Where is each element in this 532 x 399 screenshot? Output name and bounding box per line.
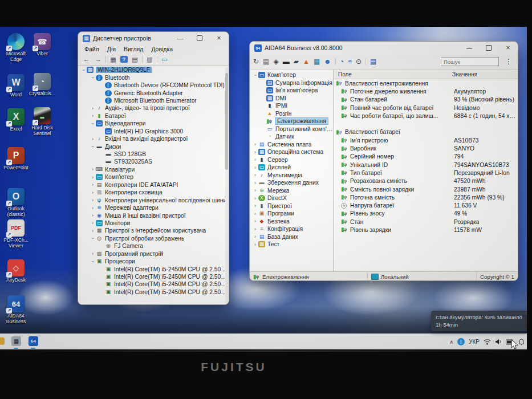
chevron-collapsed-icon[interactable]: › (252, 180, 258, 186)
tree-item[interactable]: ›XDirectX (250, 194, 333, 202)
chevron-collapsed-icon[interactable]: › (252, 211, 258, 217)
tree-item[interactable]: ›ᛒBluetooth (78, 74, 229, 81)
chevron-collapsed-icon[interactable]: › (90, 251, 96, 256)
desktop-icon-outlook[interactable]: O↗Outlook (classic) (0, 188, 32, 217)
desktop-icon-crystaldisk[interactable]: ◔↗CrystalDis... (26, 73, 58, 97)
chevron-collapsed-icon[interactable]: › (252, 149, 258, 155)
field-row[interactable]: Серійний номер794 (334, 153, 518, 161)
kebab-menu-icon[interactable]: ⋮ (503, 58, 514, 66)
chevron-collapsed-icon[interactable]: › (252, 234, 258, 239)
help-icon[interactable]: ? (120, 56, 128, 63)
field-row[interactable]: Стан батарей93 % (Високий рівень) (334, 96, 518, 104)
tree-item[interactable]: ▬SSD 128GB (78, 150, 229, 158)
field-row[interactable]: Ім'я пристроюAS10B73 (334, 136, 518, 144)
chevron-collapsed-icon[interactable]: › (252, 196, 258, 201)
tree-item[interactable]: ›▦WIN-2H1IOR6Q9LF (78, 66, 229, 74)
chevron-collapsed-icon[interactable]: › (90, 105, 96, 111)
field-row[interactable]: Поточне джерело живленняАкумулятор (334, 87, 518, 95)
scan-hardware-icon[interactable]: ▭ (160, 55, 169, 64)
tree-item[interactable]: ›▦Пристрої з інтерфейсом користувача (78, 227, 229, 234)
timer-icon[interactable]: ⊙ (356, 58, 362, 65)
tree-item[interactable]: ▭Портативний комп'юте (250, 125, 333, 133)
aida64-titlebar[interactable]: 64 AIDA64 Business v8.00.8000 — × (250, 42, 518, 54)
tree-item[interactable]: ›⌨Клавіатури (78, 166, 229, 173)
tree-item[interactable]: ▦DMI (250, 95, 333, 103)
chevron-collapsed-icon[interactable]: › (90, 136, 96, 142)
refresh-icon[interactable]: ↻ (253, 58, 259, 65)
tree-item[interactable]: ▣Intel(R) Core(TM) i5-2450M CPU @ 2.50GH… (78, 280, 229, 288)
tree-item[interactable]: ›▧Програмний пристрій (78, 250, 229, 258)
tree-item[interactable]: ▲Розгін (250, 110, 333, 118)
tree-item[interactable]: ›≡Конфігурація (250, 225, 333, 233)
tree-item[interactable]: ›▤Системна плата (250, 141, 333, 149)
user-icon[interactable]: ☻ (324, 58, 331, 65)
chevron-collapsed-icon[interactable]: › (252, 165, 258, 170)
tree-item[interactable]: ›▮Батареї (78, 112, 229, 120)
chevron-collapsed-icon[interactable]: › (90, 220, 96, 226)
chevron-collapsed-icon[interactable]: › (252, 141, 258, 147)
desktop-icon-powerpoint[interactable]: P↗PowerPoint (0, 147, 32, 171)
tree-item[interactable]: ›◆Безпека (250, 218, 333, 226)
tree-item[interactable]: ▭Ім'я комп'ютера (250, 87, 333, 95)
tree-item[interactable]: ›♪Мультимедіа (250, 172, 333, 180)
field-row[interactable]: Рівень зарядки11578 mW (334, 226, 518, 234)
field-row[interactable]: Розрахована ємність47520 mWh (334, 177, 518, 185)
tree-item[interactable]: ›◎Пристрої обробки зображень (78, 235, 229, 242)
tree-item[interactable]: ▤Сумарна інформація (250, 79, 333, 87)
tree-item[interactable]: ›⊕Мережа (250, 187, 333, 195)
device-manager-taskbar-icon[interactable]: ▦ (11, 336, 21, 346)
tree-item[interactable]: ▣Intel(R) Core(TM) i5-2450M CPU @ 2.50GH… (78, 273, 229, 280)
print-icon[interactable]: ▥ (145, 55, 155, 64)
chevron-collapsed-icon[interactable]: › (252, 188, 258, 193)
tree-item[interactable]: ◔Датчик (250, 133, 333, 141)
field-row[interactable]: Ємність повної зарядки23987 mWh (334, 185, 518, 193)
menu-item-3[interactable]: Довідка (147, 46, 177, 52)
chevron-collapsed-icon[interactable]: › (252, 242, 258, 247)
chevron-collapsed-icon[interactable]: › (90, 190, 96, 196)
chevron-expanded-icon[interactable]: › (253, 72, 258, 78)
field-row[interactable]: Час роботи батареї, що залиш...6884 с (1… (334, 112, 518, 120)
desktop-icon-anydesk[interactable]: ◇↗AnyDesk (0, 259, 32, 283)
menu-item-1[interactable]: Дія (103, 46, 120, 52)
tree-item[interactable]: ›▭Монітори (78, 219, 229, 227)
forward-arrow-icon[interactable]: → (94, 55, 103, 64)
tree-item[interactable]: ›▦Тест (250, 241, 333, 249)
tree-item[interactable]: ›♪Вхідні та вихідні аудіопристрої (78, 135, 229, 142)
field-row[interactable]: Напруга батареї11.636 V (334, 201, 518, 209)
field-row[interactable]: СтанРозрядка (334, 218, 518, 226)
desktop-icon-hd-sentinel[interactable]: ▂↗Hard Disk Sentinel (26, 107, 58, 136)
tree-item[interactable]: ›▭Відеоадаптери (78, 120, 229, 127)
maximize-button[interactable] (479, 42, 498, 54)
tree-item[interactable]: ›▦Операційна система (250, 148, 333, 156)
chevron-collapsed-icon[interactable]: › (90, 197, 96, 203)
notification-bell-icon[interactable] (518, 339, 525, 345)
chevron-collapsed-icon[interactable]: › (90, 166, 96, 172)
chevron-expanded-icon[interactable]: › (81, 67, 87, 73)
chevron-expanded-icon[interactable]: › (90, 144, 96, 150)
desktop-icon-viber[interactable]: ☎↗Viber (26, 33, 58, 57)
device-manager-titlebar[interactable]: ▦ Диспетчер пристроїв — × (78, 32, 229, 44)
language-indicator[interactable]: УКР (469, 339, 480, 345)
tree-item[interactable]: ›▭Дисплей (250, 164, 333, 172)
chevron-expanded-icon[interactable]: › (90, 235, 96, 242)
chevron-up-icon[interactable]: ∧ (450, 339, 454, 345)
back-arrow-icon[interactable]: ← (82, 55, 91, 64)
close-button[interactable]: × (498, 42, 518, 54)
display-icon[interactable]: ▰ (294, 58, 299, 65)
tree-item[interactable]: ᛒGeneric Bluetooth Adapter (78, 89, 229, 96)
tree-item[interactable]: ▭Intel(R) HD Graphics 3000 (78, 128, 229, 135)
tree-item[interactable]: ▬ST9320325AS (78, 158, 229, 165)
video-icon[interactable]: ◈ (273, 58, 278, 65)
chevron-expanded-icon[interactable]: › (90, 258, 96, 264)
tree-item[interactable]: ›▬Збереження даних (250, 179, 333, 187)
field-row[interactable]: Рівень зносу49 % (334, 210, 518, 218)
tree-item[interactable]: ›▭Комп'ютер (78, 173, 229, 181)
tree-item[interactable]: ▮IPMI (250, 102, 333, 110)
tree-item[interactable]: ›▮Пристрої (250, 202, 333, 210)
tree-item[interactable]: ›▤Контролери IDE ATA/ATAPI (78, 181, 229, 189)
tree-item[interactable]: ›▣Процесори (78, 258, 229, 265)
tree-item[interactable]: ›▮Сервер (250, 156, 333, 164)
chevron-collapsed-icon[interactable]: › (90, 228, 96, 234)
tree-item[interactable]: ᛒBluetooth Device (RFCOMM Protocol TDI) (78, 82, 229, 89)
chevron-collapsed-icon[interactable]: › (90, 174, 96, 180)
